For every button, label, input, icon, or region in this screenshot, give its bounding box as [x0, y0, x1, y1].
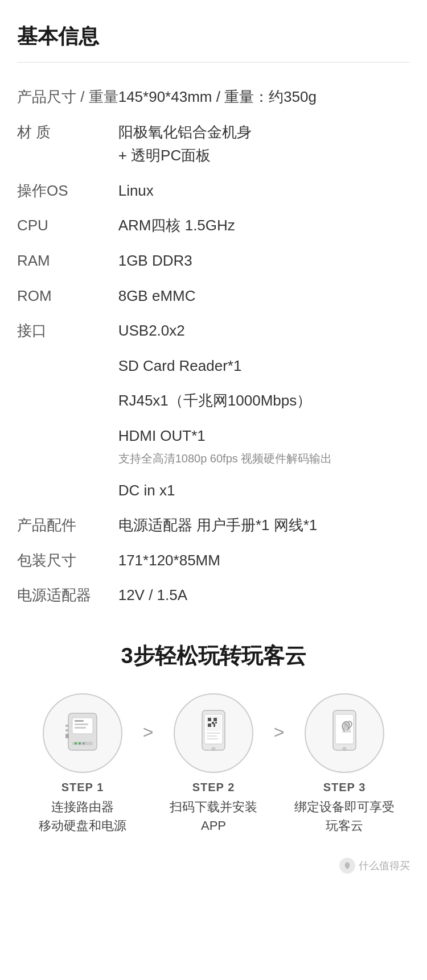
svg-rect-15	[208, 718, 211, 721]
svg-rect-4	[75, 727, 86, 729]
spec-value: 171*120*85MM	[118, 543, 410, 578]
arrow-1: >	[137, 722, 159, 743]
spec-label: 产品配件	[17, 508, 118, 543]
spec-label: 电源适配器	[17, 578, 118, 613]
spec-row: RAM1GB DDR3	[17, 243, 410, 279]
steps-row: STEP 1 连接路由器移动硬盘和电源 >	[17, 693, 410, 835]
spec-row: SD Card Reader*1	[17, 349, 410, 384]
spec-value: 阳极氧化铝合金机身+ 透明PC面板	[118, 115, 410, 173]
svg-rect-6	[65, 729, 69, 731]
spec-value: DC in x1	[118, 473, 410, 508]
spec-label	[17, 349, 118, 384]
spec-row: HDMI OUT*1支持全高清1080p 60fps 视频硬件解码输出	[17, 419, 410, 473]
svg-rect-3	[75, 723, 88, 725]
svg-point-27	[343, 747, 346, 751]
svg-rect-21	[207, 733, 220, 734]
svg-rect-16	[214, 718, 217, 721]
step-2-icon	[174, 693, 253, 773]
step-2-desc: 扫码下载并安装APP	[159, 797, 268, 835]
spec-value: HDMI OUT*1支持全高清1080p 60fps 视频硬件解码输出	[118, 419, 410, 473]
arrow-2: >	[268, 722, 290, 743]
spec-label	[17, 383, 118, 419]
steps-section: 3步轻松玩转玩客云	[17, 642, 410, 835]
spec-value: 12V / 1.5A	[118, 578, 410, 613]
footer-icon	[339, 858, 355, 874]
steps-title: 3步轻松玩转玩客云	[17, 642, 410, 671]
svg-rect-23	[207, 738, 218, 739]
spec-value: ARM四核 1.5GHz	[118, 208, 410, 243]
svg-point-11	[83, 742, 85, 745]
spec-label: 操作OS	[17, 173, 118, 209]
spec-label: CPU	[17, 208, 118, 243]
step-1-label: STEP 1	[61, 781, 104, 794]
footer: 什么值得买	[17, 846, 410, 879]
footer-text: 什么值得买	[359, 859, 410, 873]
spec-value: RJ45x1（千兆网1000Mbps）	[118, 383, 410, 419]
svg-rect-22	[207, 735, 217, 737]
svg-rect-20	[214, 723, 215, 727]
spec-label: 包装尺寸	[17, 543, 118, 578]
spec-label: 产品尺寸 / 重量	[17, 80, 118, 115]
spec-row: 材 质阳极氧化铝合金机身+ 透明PC面板	[17, 115, 410, 173]
step-1-icon	[43, 693, 122, 773]
svg-rect-5	[65, 725, 69, 727]
spec-row: RJ45x1（千兆网1000Mbps）	[17, 383, 410, 419]
spec-row: CPUARM四核 1.5GHz	[17, 208, 410, 243]
spec-value: 8GB eMMC	[118, 279, 410, 314]
svg-rect-7	[65, 734, 69, 738]
spec-row: ROM8GB eMMC	[17, 279, 410, 314]
spec-row: 电源适配器12V / 1.5A	[17, 578, 410, 613]
spec-label	[17, 419, 118, 473]
spec-value: SD Card Reader*1	[118, 349, 410, 384]
spec-value: 电源适配器 用户手册*1 网线*1	[118, 508, 410, 543]
spec-row: 接口USB2.0x2	[17, 313, 410, 349]
section-title: 基本信息	[17, 23, 410, 51]
page-container: 基本信息 产品尺寸 / 重量145*90*43mm / 重量：约350g材 质阳…	[0, 0, 427, 902]
spec-row: DC in x1	[17, 473, 410, 508]
spec-label	[17, 473, 118, 508]
step-3: STEP 3 绑定设备即可享受玩客云	[290, 693, 399, 835]
spec-row: 产品配件电源适配器 用户手册*1 网线*1	[17, 508, 410, 543]
step-3-label: STEP 3	[323, 781, 366, 794]
spec-sub-note: 支持全高清1080p 60fps 视频硬件解码输出	[118, 449, 410, 468]
spec-value: 145*90*43mm / 重量：约350g	[118, 80, 410, 115]
spec-label: 接口	[17, 313, 118, 349]
step-2: STEP 2 扫码下载并安装APP	[159, 693, 268, 835]
divider	[17, 62, 410, 63]
step-1-desc: 连接路由器移动硬盘和电源	[39, 797, 126, 835]
step-1: STEP 1 连接路由器移动硬盘和电源	[28, 693, 137, 835]
spec-value: USB2.0x2	[118, 313, 410, 349]
spec-label: 材 质	[17, 115, 118, 173]
svg-point-10	[79, 742, 81, 745]
spec-value: 1GB DDR3	[118, 243, 410, 279]
spec-row: 操作OSLinux	[17, 173, 410, 209]
step-3-desc: 绑定设备即可享受玩客云	[294, 797, 395, 835]
spec-label: RAM	[17, 243, 118, 279]
spec-row: 产品尺寸 / 重量145*90*43mm / 重量：约350g	[17, 80, 410, 115]
step-3-icon	[305, 693, 384, 773]
step-2-label: STEP 2	[192, 781, 235, 794]
svg-rect-17	[208, 723, 211, 727]
svg-rect-19	[215, 722, 217, 723]
spec-label: ROM	[17, 279, 118, 314]
svg-rect-2	[75, 720, 84, 722]
svg-point-9	[75, 742, 77, 745]
spec-row: 包装尺寸171*120*85MM	[17, 543, 410, 578]
svg-point-24	[212, 747, 215, 751]
spec-value: Linux	[118, 173, 410, 209]
specs-table: 产品尺寸 / 重量145*90*43mm / 重量：约350g材 质阳极氧化铝合…	[17, 80, 410, 613]
